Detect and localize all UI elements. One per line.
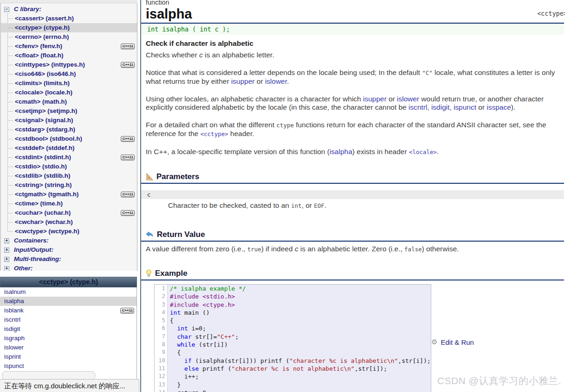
line-number: 7 (155, 333, 168, 341)
function-list-item-ispunct[interactable]: ispunct (0, 361, 137, 371)
collapse-icon[interactable]: − (4, 7, 9, 12)
sidebar-item-cwctype-wctype-h[interactable]: <cwctype> (wctype.h) (1, 227, 137, 236)
link-ispunct[interactable]: ispunct (453, 103, 476, 111)
sidebar-item-cctype-ctype-h[interactable]: <cctype> (ctype.h) (1, 23, 137, 32)
edit-run-button[interactable]: ⚙ Edit & Run (431, 338, 474, 346)
link-isspace[interactable]: isspace (487, 103, 511, 111)
expand-icon[interactable]: + (4, 248, 9, 253)
text-segment: return 0; (170, 389, 210, 392)
code-line: 1/* isalpha example */ (155, 285, 431, 292)
text-segment: or (476, 103, 486, 111)
link-islower[interactable]: islower (397, 95, 419, 103)
sidebar-item-cstring-string-h[interactable]: <cstring> (string.h) (1, 180, 137, 190)
tree-connector (8, 111, 13, 112)
sidebar-item-cstddef-stddef-h[interactable]: <cstddef> (stddef.h) (1, 143, 137, 153)
page-kind: function (146, 0, 564, 6)
sidebar-group-multi-threading[interactable]: +Multi-threading: (1, 255, 137, 264)
sidebar-item-climits-limits-h[interactable]: <climits> (limits.h) (1, 79, 137, 88)
example-title: Example (155, 269, 187, 278)
sidebar-item-cstdlib-stdlib-h[interactable]: <cstdlib> (stdlib.h) (1, 171, 137, 180)
sidebar-group-input-output[interactable]: +Input/Output: (1, 245, 137, 255)
function-list-item-islower[interactable]: islower (0, 343, 137, 352)
function-list-item-isprint[interactable]: isprint (0, 352, 137, 361)
function-list-item-isdigit[interactable]: isdigit (0, 324, 137, 334)
text-segment: EOF (314, 202, 325, 209)
sidebar-item-label: <cstdarg> (stdarg.h) (15, 126, 75, 133)
return-arrow-icon (146, 231, 154, 238)
link-locale[interactable]: <locale> (409, 149, 437, 156)
sidebar-item-cstdint-stdint-h[interactable]: <cstdint> (stdint.h)C++11 (1, 153, 137, 162)
function-list-item-iscntrl[interactable]: iscntrl (0, 315, 137, 324)
return-value-text: A value different from zero (i.e., true)… (146, 245, 564, 253)
link-cctype[interactable]: <cctype> (200, 131, 228, 137)
sidebar-item-cwchar-wchar-h[interactable]: <cwchar> (wchar.h) (1, 218, 137, 227)
sidebar-item-csetjmp-setjmp-h[interactable]: <csetjmp> (setjmp.h) (1, 106, 137, 116)
sidebar-item-cfenv-fenv-h[interactable]: <cfenv> (fenv.h)C++11 (1, 42, 137, 51)
text-segment: str[]= (192, 333, 217, 340)
function-list-item-isalnum[interactable]: isalnum (0, 287, 137, 297)
tree-connector (8, 74, 13, 75)
description-paragraphs: Checks whether c is an alphabetic letter… (146, 51, 564, 156)
tree-connector (8, 139, 13, 139)
link-isupper[interactable]: isupper (363, 95, 387, 103)
sidebar-item-cmath-math-h[interactable]: <cmath> (math.h) (1, 97, 137, 106)
link-islower[interactable]: islower (265, 77, 287, 85)
sidebar-item-cerrno-errno-h[interactable]: <cerrno> (errno.h) (1, 32, 137, 42)
tree-connector (8, 213, 13, 213)
function-list-item-isblank[interactable]: isblankC++11 (0, 306, 137, 315)
function-list-item-label: iscntrl (4, 316, 20, 323)
text-segment: , (427, 103, 431, 111)
sidebar-item-cfloat-float-h[interactable]: <cfloat> (float.h) (1, 51, 137, 60)
code-text: if (isalpha(str[i])) printf ("character … (168, 357, 431, 365)
tree-connector (8, 102, 13, 102)
code-line: 4int main () (155, 309, 431, 317)
sidebar-group-label: Input/Output: (14, 245, 53, 255)
expand-icon[interactable]: + (4, 238, 9, 243)
expand-icon[interactable]: + (4, 257, 9, 262)
link-isupper[interactable]: isupper (231, 77, 255, 85)
sidebar-item-cstdarg-stdarg-h[interactable]: <cstdarg> (stdarg.h) (1, 125, 137, 134)
tree-connector (8, 185, 13, 186)
page-title: isalpha (146, 6, 564, 21)
sidebar-item-csignal-signal-h[interactable]: <csignal> (signal.h) (1, 116, 137, 125)
code-line: 14 return 0; (155, 389, 431, 392)
expand-icon[interactable]: + (4, 266, 9, 271)
code-line: 7 char str[]="C++"; (155, 333, 431, 341)
code-line: 6 int i=0; (155, 324, 431, 332)
function-list-item-label: isdigit (4, 325, 20, 332)
text-segment: ctype (276, 122, 294, 129)
code-text: #include <stdio.h> (168, 292, 235, 300)
sidebar-item-ctgmath-tgmath-h[interactable]: <ctgmath> (tgmath.h)C++11 (1, 190, 137, 199)
text-segment: int (291, 202, 302, 209)
function-list-item-isalpha[interactable]: isalpha (0, 297, 137, 306)
link-isalpha[interactable]: isalpha (329, 148, 352, 156)
example-heading: Example (146, 269, 564, 278)
text-segment: Notice that what is considered a letter … (146, 68, 422, 76)
sidebar-item-cstdbool-stdbool-h[interactable]: <cstdbool> (stdbool.h)C++11 (1, 134, 137, 143)
code-text: /* isalpha example */ (168, 285, 246, 292)
tree-connector (8, 167, 13, 167)
sidebar-root-label: C library: (14, 5, 41, 14)
text-segment: header. (228, 130, 254, 137)
sidebar-item-label: <csignal> (signal.h) (15, 117, 73, 124)
cpp11-badge: C++11 (121, 155, 135, 160)
link-isdigit[interactable]: isdigit (431, 103, 450, 111)
sidebar-item-cuchar-uchar-h[interactable]: <cuchar> (uchar.h)C++11 (1, 208, 137, 218)
code-text: int main () (168, 309, 210, 317)
sidebar-item-ciso646-iso646-h[interactable]: <ciso646> (iso646.h) (1, 69, 137, 79)
line-number: 10 (155, 357, 168, 365)
sidebar-item-cstdio-stdio-h[interactable]: <cstdio> (stdio.h) (1, 162, 137, 171)
sidebar-item-cinttypes-inttypes-h[interactable]: <cinttypes> (inttypes.h)C++11 (1, 60, 137, 69)
sidebar-group-other[interactable]: +Other: (1, 264, 137, 271)
sidebar-item-label: <cwchar> (wchar.h) (15, 218, 73, 225)
sidebar-item-c-library[interactable]: − C library: (1, 5, 137, 14)
sidebar-item-clocale-locale-h[interactable]: <clocale> (locale.h) (1, 88, 137, 97)
code-text: #include <ctype.h> (168, 301, 235, 309)
sidebar-item-ctime-time-h[interactable]: <ctime> (time.h) (1, 199, 137, 208)
function-list-item-isgraph[interactable]: isgraph (0, 334, 137, 343)
sidebar-group-containers[interactable]: +Containers: (1, 236, 137, 245)
line-number: 6 (155, 324, 168, 332)
sidebar-item-cassert-assert-h[interactable]: <cassert> (assert.h) (1, 14, 137, 23)
function-summary: Check if character is alphabetic (146, 39, 564, 48)
link-iscntrl[interactable]: iscntrl (409, 103, 427, 111)
